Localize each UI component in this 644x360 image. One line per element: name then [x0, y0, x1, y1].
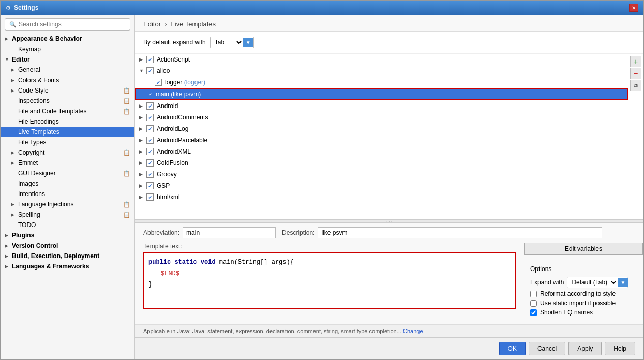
sidebar-item-label: Live Templates: [18, 128, 59, 136]
sidebar-item-images[interactable]: Images: [1, 178, 134, 189]
template-group-androidparcelable[interactable]: ▶ AndroidParcelable: [135, 134, 628, 146]
copy-template-button[interactable]: ⧉: [630, 80, 641, 91]
copy-icon: 📋: [123, 201, 130, 208]
template-checkbox[interactable]: [146, 193, 154, 201]
keyword-void: void: [201, 259, 216, 266]
sidebar-item-emmet[interactable]: ▶ Emmet: [1, 158, 134, 168]
sidebar-tree: ▶ Appearance & Behavior Keymap ▼ Editor …: [1, 34, 134, 359]
edit-variables-button[interactable]: Edit variables: [524, 243, 643, 255]
arrow-icon: ▶: [5, 233, 11, 238]
sidebar-item-code-style[interactable]: ▶ Code Style 📋: [1, 85, 134, 96]
shorten-eq-checkbox[interactable]: [530, 309, 537, 316]
cancel-button[interactable]: Cancel: [529, 342, 565, 355]
template-checkbox[interactable]: [146, 67, 154, 74]
sidebar-item-appearance[interactable]: ▶ Appearance & Behavior: [1, 34, 134, 44]
expand-dropdown[interactable]: Tab Space Enter ▼: [210, 37, 254, 48]
method-name: main(String[] args){: [219, 259, 294, 266]
template-item-label: logger (logger): [165, 79, 205, 86]
add-template-button[interactable]: +: [630, 56, 641, 67]
template-text-editor[interactable]: public static void main(String[] args){ …: [143, 252, 516, 309]
template-item-logger[interactable]: logger (logger): [135, 77, 628, 88]
template-checkbox[interactable]: [146, 102, 154, 110]
template-item-main[interactable]: ✓ main (like psvm): [135, 88, 628, 100]
remove-template-button[interactable]: −: [630, 68, 641, 79]
help-button[interactable]: Help: [605, 342, 635, 355]
template-group-htmlxml[interactable]: ▶ html/xml: [135, 191, 628, 203]
change-link[interactable]: Change: [403, 328, 423, 334]
arrow-icon: ▶: [11, 150, 17, 155]
sidebar-item-version-control[interactable]: ▶ Version Control: [1, 241, 134, 251]
sidebar-item-gui-designer[interactable]: GUI Designer 📋: [1, 168, 134, 178]
sidebar-item-general[interactable]: ▶ General: [1, 65, 134, 75]
copy-icon: 📋: [123, 87, 130, 94]
sidebar-item-todo[interactable]: TODO: [1, 220, 134, 230]
sidebar-item-label: Build, Execution, Deployment: [12, 252, 99, 260]
expand-with-label: Expand with: [530, 279, 564, 286]
options-title: Options: [530, 265, 637, 273]
template-group-coldfusion[interactable]: ▶ ColdFusion: [135, 157, 628, 169]
template-checkbox[interactable]: [146, 171, 154, 178]
sidebar-item-copyright[interactable]: ▶ Copyright 📋: [1, 147, 134, 158]
sidebar-item-build-execution[interactable]: ▶ Build, Execution, Deployment: [1, 251, 134, 261]
abbreviation-group: Abbreviation:: [143, 227, 276, 238]
template-group-gsp[interactable]: ▶ GSP: [135, 180, 628, 191]
sidebar-item-file-code-templates[interactable]: File and Code Templates 📋: [1, 106, 134, 116]
sidebar-item-spelling[interactable]: ▶ Spelling 📋: [1, 209, 134, 220]
template-checkbox[interactable]: [146, 148, 154, 155]
template-group-androidcomments[interactable]: ▶ AndroidComments: [135, 112, 628, 123]
copy-icon: 📋: [123, 212, 130, 218]
sidebar-item-intentions[interactable]: Intentions: [1, 189, 134, 199]
main-content: 🔍 ▶ Appearance & Behavior Keymap ▼ Edit: [1, 15, 643, 359]
sidebar-item-plugins[interactable]: ▶ Plugins: [1, 230, 134, 241]
template-group-alioo[interactable]: ▼ alioo: [135, 65, 628, 77]
template-checkbox[interactable]: [146, 125, 154, 132]
apply-button[interactable]: Apply: [568, 342, 602, 355]
options-expand-select[interactable]: Default (Tab) Tab Space Enter: [567, 277, 618, 288]
ok-button[interactable]: OK: [499, 342, 526, 355]
template-group-label: alioo: [157, 67, 170, 74]
search-box[interactable]: 🔍: [5, 18, 130, 31]
sidebar-item-file-encodings[interactable]: File Encodings: [1, 116, 134, 127]
template-checkbox[interactable]: [155, 79, 162, 86]
group-arrow-icon: ▶: [139, 57, 146, 62]
template-checkbox[interactable]: [146, 182, 154, 189]
template-checkbox[interactable]: [146, 137, 154, 144]
close-button[interactable]: ✕: [629, 4, 638, 12]
expand-label: By default expand with: [143, 39, 206, 46]
sidebar-item-colors-fonts[interactable]: ▶ Colors & Fonts: [1, 75, 134, 85]
group-arrow-icon: ▶: [139, 115, 146, 120]
item-arrow-icon: ✓: [148, 92, 156, 97]
template-group-androidlog[interactable]: ▶ AndroidLog: [135, 123, 628, 134]
sidebar-item-languages-frameworks[interactable]: ▶ Languages & Frameworks: [1, 261, 134, 272]
sidebar-item-inspections[interactable]: Inspections 📋: [1, 96, 134, 106]
template-checkbox[interactable]: [146, 114, 154, 121]
sidebar-item-editor[interactable]: ▼ Editor: [1, 54, 134, 65]
dropdown-arrow-icon: ▼: [618, 278, 628, 287]
sidebar-item-keymap[interactable]: Keymap: [1, 44, 134, 54]
sidebar-item-live-templates[interactable]: Live Templates: [1, 127, 134, 137]
description-input[interactable]: [318, 227, 602, 238]
template-group-androidxml[interactable]: ▶ AndroidXML: [135, 146, 628, 157]
options-expand-dropdown[interactable]: Default (Tab) Tab Space Enter ▼: [567, 277, 628, 288]
footer: OK Cancel Apply Help: [135, 337, 643, 359]
search-input[interactable]: [19, 21, 126, 28]
template-checkbox[interactable]: [146, 159, 154, 167]
reformat-row: Reformat according to style: [530, 290, 637, 297]
sidebar-item-file-types[interactable]: File Types: [1, 137, 134, 147]
sidebar-item-label: Emmet: [18, 159, 38, 167]
static-import-label: Use static import if possible: [540, 299, 616, 307]
arrow-icon: ▶: [5, 264, 11, 269]
template-checkbox[interactable]: [146, 56, 154, 63]
expand-select[interactable]: Tab Space Enter: [211, 37, 243, 48]
abbreviation-input[interactable]: [183, 227, 276, 238]
template-group-actionscript[interactable]: ▶ ActionScript: [135, 54, 628, 65]
sidebar-item-label: Code Style: [18, 87, 49, 94]
sidebar-item-language-injections[interactable]: ▶ Language Injections 📋: [1, 199, 134, 209]
group-arrow-icon: ▶: [139, 126, 146, 131]
template-group-android[interactable]: ▶ Android: [135, 100, 628, 112]
sidebar-item-label: General: [18, 66, 40, 73]
template-group-groovy[interactable]: ▶ Groovy: [135, 169, 628, 180]
reformat-checkbox[interactable]: [530, 291, 537, 297]
static-import-checkbox[interactable]: [530, 300, 537, 307]
group-arrow-icon: ▶: [139, 160, 146, 166]
